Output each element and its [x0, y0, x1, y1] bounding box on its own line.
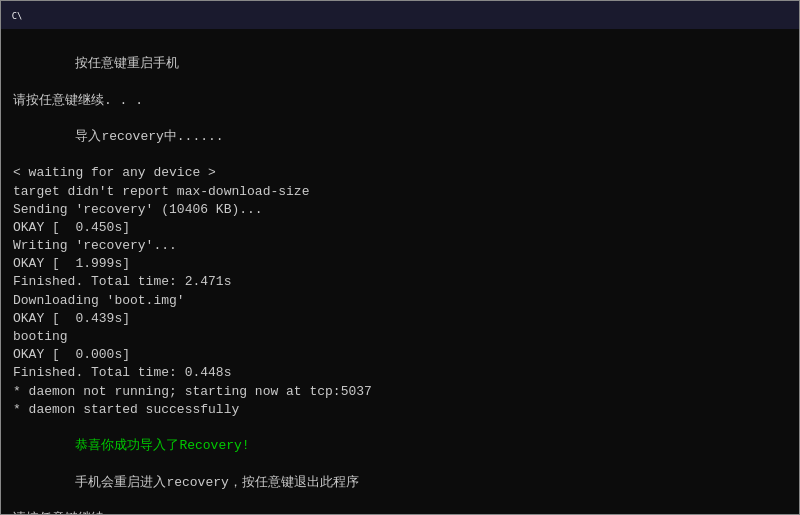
console-line — [13, 455, 787, 473]
console-line — [13, 37, 787, 55]
console-line — [13, 419, 787, 437]
console-line: OKAY [ 0.000s] — [13, 346, 787, 364]
console-line: Writing 'recovery'... — [13, 237, 787, 255]
console-line: Finished. Total time: 2.471s — [13, 273, 787, 291]
console-line: Finished. Total time: 0.448s — [13, 364, 787, 382]
console-line: target didn't report max-download-size — [13, 183, 787, 201]
console-line: OKAY [ 0.439s] — [13, 310, 787, 328]
window-controls — [651, 1, 791, 29]
console-line: * daemon started successfully — [13, 401, 787, 419]
console-line: 导入recovery中...... — [13, 128, 787, 146]
console-line — [13, 110, 787, 128]
console-output: 按任意键重启手机请按任意键继续. . . 导入recovery中......< … — [1, 29, 799, 514]
console-line — [13, 492, 787, 510]
console-line: 手机会重启进入recovery，按任意键退出此程序 — [13, 474, 787, 492]
console-line: 请按任意键继续. . . — [13, 92, 787, 110]
minimize-button[interactable] — [651, 1, 697, 29]
maximize-button[interactable] — [698, 1, 744, 29]
close-button[interactable] — [745, 1, 791, 29]
cmd-icon: C\ — [9, 7, 25, 23]
console-line: 按任意键重启手机 — [13, 55, 787, 73]
console-line: * daemon not running; starting now at tc… — [13, 383, 787, 401]
cmd-window: C\ 按任意键重启手机请按任意键继续. . . 导入recovery中.....… — [0, 0, 800, 515]
console-line: OKAY [ 0.450s] — [13, 219, 787, 237]
console-line: 恭喜你成功导入了Recovery! — [13, 437, 787, 455]
console-line: Sending 'recovery' (10406 KB)... — [13, 201, 787, 219]
svg-text:C\: C\ — [12, 11, 23, 21]
console-line: OKAY [ 1.999s] — [13, 255, 787, 273]
console-line: Downloading 'boot.img' — [13, 292, 787, 310]
console-line — [13, 146, 787, 164]
console-line — [13, 73, 787, 91]
console-line: < waiting for any device > — [13, 164, 787, 182]
console-line: 请按任意键继续. . . — [13, 510, 787, 514]
title-bar: C\ — [1, 1, 799, 29]
console-line: booting — [13, 328, 787, 346]
